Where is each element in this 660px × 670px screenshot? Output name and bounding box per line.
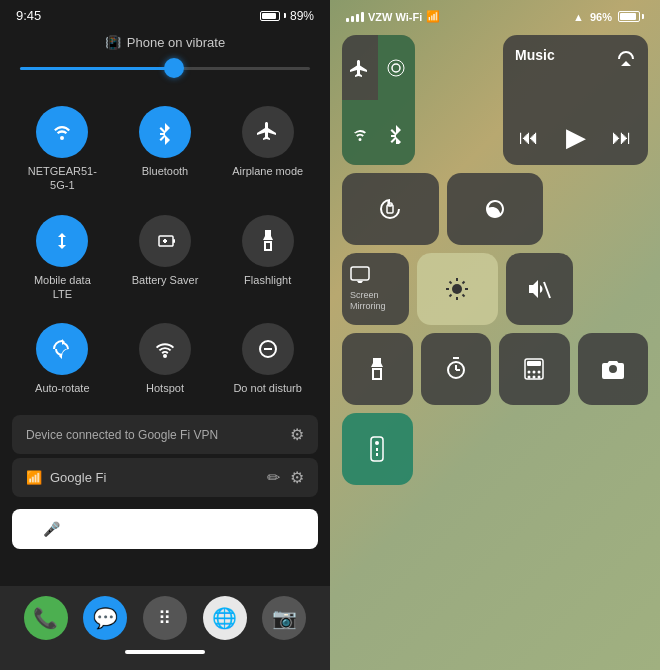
ios-airplane-btn[interactable] [342, 35, 378, 100]
music-play-btn[interactable]: ▶ [566, 122, 586, 153]
music-title-row: Music [515, 47, 636, 71]
battery-saver-icon [139, 215, 191, 267]
svg-line-18 [463, 295, 465, 297]
ios-row4 [342, 333, 648, 405]
android-battery: 89% [260, 9, 314, 23]
svg-rect-27 [527, 361, 541, 366]
music-title: Music [515, 47, 555, 63]
dnd-label: Do not disturb [233, 381, 301, 395]
ios-brightness-btn[interactable] [417, 253, 498, 325]
android-panel: 9:45 89% 📳 Phone on vibrate [0, 0, 330, 670]
ios-carrier: VZW Wi-Fi [368, 11, 422, 23]
svg-line-17 [450, 282, 452, 284]
ios-flashlight-btn[interactable] [342, 333, 413, 405]
ios-calculator-btn[interactable] [499, 333, 570, 405]
android-dock: 📞 💬 ⠿ 🌐 📷 [0, 586, 330, 670]
dock-camera[interactable]: 📷 [262, 596, 306, 640]
svg-point-28 [528, 371, 531, 374]
vpn-section: Device connected to Google Fi VPN ⚙ [12, 415, 318, 454]
vpn-text: Device connected to Google Fi VPN [26, 428, 218, 442]
qs-tile-mobile-data[interactable]: Mobile dataLTE [12, 203, 113, 310]
google-fi-section: 📶 Google Fi ✏ ⚙ [12, 458, 318, 497]
svg-point-32 [533, 376, 536, 379]
google-fi-left: 📶 Google Fi [26, 470, 106, 485]
ios-screen-mirror-btn[interactable]: ScreenMirroring [342, 253, 409, 325]
ios-mute-btn[interactable] [506, 253, 573, 325]
ios-music-block[interactable]: Music ⏮ ▶ ⏭ [503, 35, 648, 165]
hotspot-label: Hotspot [146, 381, 184, 395]
edit-icon[interactable]: ✏ [267, 468, 280, 487]
mobile-data-icon [36, 215, 88, 267]
svg-point-7 [392, 64, 400, 72]
ios-row3: ScreenMirroring [342, 253, 648, 325]
svg-line-19 [463, 282, 465, 284]
android-home-indicator[interactable] [125, 650, 205, 654]
settings-icon[interactable]: ⚙ [290, 468, 304, 487]
airplane-label: Airplane mode [232, 164, 303, 178]
qs-tile-airplane[interactable]: Airplane mode [217, 94, 318, 201]
mobile-data-label: Mobile dataLTE [34, 273, 91, 302]
ios-rotation-lock-btn[interactable] [342, 173, 439, 245]
quick-settings-grid: NETGEAR51-5G-1 Bluetooth Airplane mode [0, 90, 330, 407]
bluetooth-label: Bluetooth [142, 164, 188, 178]
mic-icon[interactable]: 🎤 [43, 521, 60, 537]
ios-status-bar: VZW Wi-Fi 📶 ▲ 96% [330, 0, 660, 29]
wifi-icon [36, 106, 88, 158]
ios-empty-row5-2 [421, 413, 492, 485]
music-next-btn[interactable]: ⏭ [612, 126, 632, 149]
android-status-bar: 9:45 89% [0, 0, 330, 27]
android-search-bar[interactable]: G 🎤 [12, 509, 318, 549]
qs-tile-battery-saver[interactable]: Battery Saver [115, 203, 216, 310]
ios-content: VZW Wi-Fi 📶 ▲ 96% [330, 0, 660, 670]
vibrate-slider[interactable] [20, 58, 310, 78]
vibrate-icon: 📳 [105, 35, 121, 50]
dock-phone[interactable]: 📞 [24, 596, 68, 640]
music-prev-btn[interactable]: ⏮ [519, 126, 539, 149]
qs-tile-auto-rotate[interactable]: Auto-rotate [12, 311, 113, 403]
ios-wifi-btn[interactable] [342, 100, 378, 165]
flashlight-icon [242, 215, 294, 267]
qs-tile-wifi[interactable]: NETGEAR51-5G-1 [12, 94, 113, 201]
svg-point-31 [528, 376, 531, 379]
ios-location-icon: ▲ [573, 11, 584, 23]
qs-tile-dnd[interactable]: Do not disturb [217, 311, 318, 403]
bluetooth-icon [139, 106, 191, 158]
ios-status-left: VZW Wi-Fi 📶 [346, 10, 440, 23]
svg-rect-1 [173, 239, 175, 243]
android-battery-pct: 89% [290, 9, 314, 23]
svg-point-8 [388, 60, 404, 76]
dock-messages[interactable]: 💬 [83, 596, 127, 640]
qs-tile-hotspot[interactable]: Hotspot [115, 311, 216, 403]
ios-camera-btn[interactable] [578, 333, 649, 405]
signal-icon: 📶 [26, 470, 42, 485]
airplay-icon[interactable] [616, 47, 636, 71]
ios-row2 [342, 173, 648, 245]
dock-chrome[interactable]: 🌐 [203, 596, 247, 640]
auto-rotate-icon [36, 323, 88, 375]
dnd-icon [242, 323, 294, 375]
ios-do-not-disturb-btn[interactable] [447, 173, 544, 245]
ios-control-center: Music ⏮ ▶ ⏭ [330, 29, 660, 491]
hotspot-icon [139, 323, 191, 375]
ios-airdrop-btn[interactable] [378, 35, 414, 100]
ios-battery-icon [618, 11, 644, 22]
ios-bluetooth-btn[interactable] [378, 100, 414, 165]
ios-wifi-icon: 📶 [426, 10, 440, 23]
dock-apps[interactable]: ⠿ [143, 596, 187, 640]
ios-empty-tile-2 [581, 253, 648, 325]
ios-empty-row5-3 [499, 413, 570, 485]
google-fi-actions: ✏ ⚙ [267, 468, 304, 487]
svg-point-33 [538, 376, 541, 379]
vpn-icon: ⚙ [290, 425, 304, 444]
ios-remote-btn[interactable] [342, 413, 413, 485]
qs-tile-flashlight[interactable]: Flashlight [217, 203, 318, 310]
ios-battery-pct: 96% [590, 11, 612, 23]
ios-timer-btn[interactable] [421, 333, 492, 405]
qs-tile-bluetooth[interactable]: Bluetooth [115, 94, 216, 201]
ios-row5 [342, 413, 648, 485]
svg-line-21 [544, 282, 550, 298]
airplane-icon [242, 106, 294, 158]
svg-line-20 [450, 295, 452, 297]
svg-point-4 [163, 354, 167, 358]
ios-signal [346, 12, 364, 22]
